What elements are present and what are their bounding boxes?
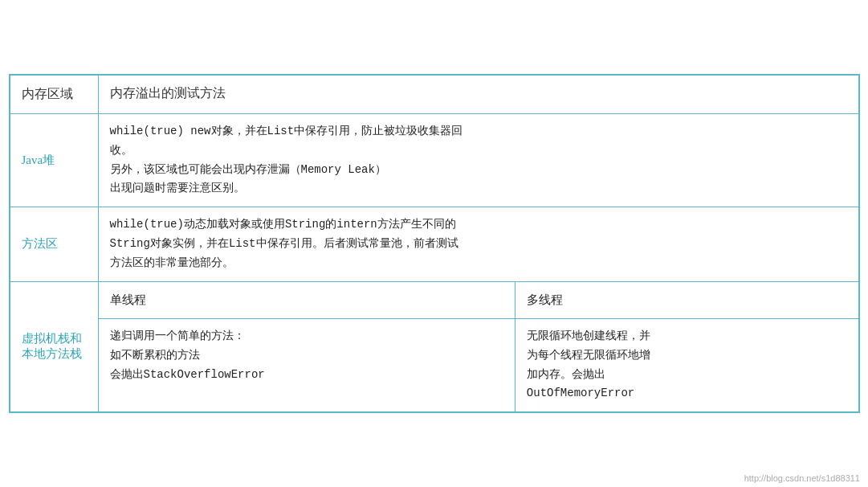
table-header-row: 内存区域 内存溢出的测试方法 [10,75,858,113]
table-row-vm-stack-header: 虚拟机栈和 本地方法栈 单线程 多线程 [10,281,858,319]
vm-stack-multi-content: 无限循环地创建线程，并 为每个线程无限循环地增 加内存。会抛出 OutOfMem… [515,319,858,412]
method-area-label: 方法区 [10,207,98,281]
memory-table: 内存区域 内存溢出的测试方法 Java堆 while(true) new对象，并… [10,75,859,412]
vm-stack-single-header: 单线程 [98,281,515,319]
vm-stack-multi-header: 多线程 [515,281,858,319]
header-col2: 内存溢出的测试方法 [98,75,858,113]
java-heap-label: Java堆 [10,113,98,207]
table-row-java-heap: Java堆 while(true) new对象，并在List中保存引用，防止被垃… [10,113,858,207]
method-area-content: while(true)动态加载对象或使用String的intern方法产生不同的… [98,207,858,281]
main-container: 内存区域 内存溢出的测试方法 Java堆 while(true) new对象，并… [9,74,860,413]
vm-stack-label: 虚拟机栈和 本地方法栈 [10,281,98,412]
vm-stack-single-content: 递归调用一个简单的方法： 如不断累积的方法 会抛出StackOverflowEr… [98,319,515,412]
java-heap-content: while(true) new对象，并在List中保存引用，防止被垃圾收集器回 … [98,113,858,207]
table-row-method-area: 方法区 while(true)动态加载对象或使用String的intern方法产… [10,207,858,281]
header-col1: 内存区域 [10,75,98,113]
table-row-vm-stack-content: 递归调用一个简单的方法： 如不断累积的方法 会抛出StackOverflowEr… [10,319,858,412]
watermark: http://blog.csdn.net/s1d88311 [744,473,860,483]
